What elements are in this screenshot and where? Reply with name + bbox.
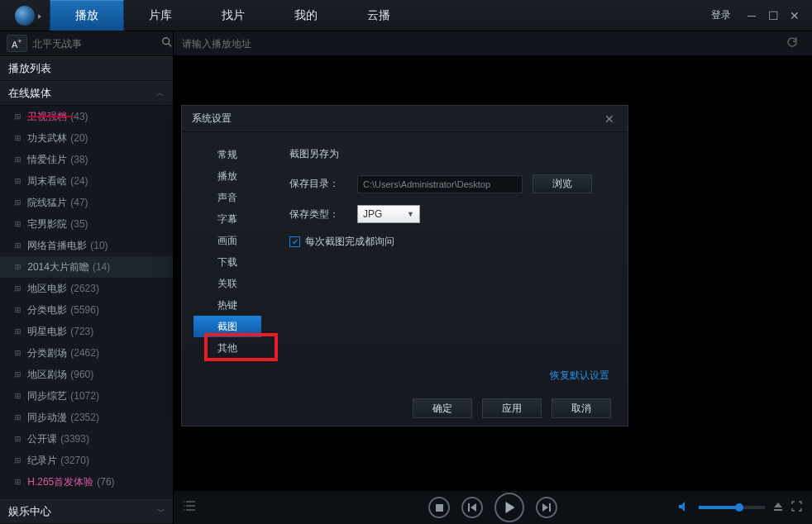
refresh-icon[interactable] (786, 36, 799, 51)
expand-icon: ⊞ (15, 304, 21, 316)
expand-icon: ⊞ (15, 476, 21, 488)
item-name: 宅男影院 (27, 217, 67, 231)
item-count: (20) (70, 132, 88, 144)
maximize-button[interactable]: ☐ (762, 0, 784, 31)
volume-thumb[interactable] (735, 503, 743, 512)
prev-button[interactable] (461, 497, 483, 518)
dialog-nav-item[interactable]: 播放 (182, 165, 273, 187)
ask-each-row[interactable]: ✔ 每次截图完成都询问 (289, 235, 611, 249)
play-button[interactable] (494, 493, 524, 522)
search-icon[interactable] (161, 36, 173, 50)
sidebar-item[interactable]: ⊞分类剧场 (2462) (0, 342, 173, 364)
item-count: (1072) (70, 390, 99, 402)
expand-icon: ⊞ (15, 154, 21, 165)
svg-point-6 (184, 505, 185, 507)
item-count: (43) (70, 111, 88, 122)
expand-icon: ⊞ (15, 433, 21, 445)
dialog-nav-item[interactable]: 关联 (182, 273, 273, 294)
save-type-label: 保存类型： (289, 207, 347, 222)
save-type-row: 保存类型： JPG ▼ (289, 205, 611, 223)
sidebar-item[interactable]: ⊞2014大片前瞻 (14) (0, 256, 173, 278)
sidebar-item[interactable]: ⊞公开课 (3393) (0, 428, 173, 450)
tab-play[interactable]: 播放 (50, 0, 124, 31)
sidebar-item[interactable]: ⊞同步综艺 (1072) (0, 385, 173, 407)
dialog-close-button[interactable]: ✕ (601, 109, 618, 129)
cancel-button[interactable]: 取消 (552, 398, 611, 418)
expand-icon: ⊞ (15, 240, 21, 251)
logo-icon (15, 6, 35, 26)
dialog-nav-item[interactable]: 字幕 (182, 208, 273, 230)
stop-button[interactable] (428, 497, 450, 518)
playlist-header[interactable]: 播放列表 (0, 56, 173, 81)
browse-button[interactable]: 浏览 (533, 174, 592, 193)
eject-icon[interactable] (773, 502, 783, 514)
sidebar-item[interactable]: ⊞H.265首发体验 (76) (0, 471, 173, 493)
svg-rect-9 (468, 503, 470, 512)
sidebar-item[interactable]: ⊞纪录片 (3270) (0, 450, 173, 471)
restore-defaults-link[interactable]: 恢复默认设置 (550, 369, 609, 383)
ask-each-label: 每次截图完成都询问 (305, 235, 394, 249)
volume-fill (699, 506, 735, 509)
dialog-nav-item[interactable]: 常规 (182, 144, 273, 165)
item-count: (35) (70, 218, 88, 230)
close-button[interactable]: ✕ (784, 0, 805, 31)
item-count: (5596) (70, 304, 99, 316)
volume-icon[interactable] (679, 502, 690, 514)
dialog-header[interactable]: 系统设置 ✕ (182, 106, 628, 132)
sidebar-item[interactable]: ⊞情爱佳片 (38) (0, 149, 173, 170)
app-logo[interactable] (0, 0, 50, 31)
dialog-nav-item[interactable]: 截图 (193, 316, 261, 337)
save-type-select[interactable]: JPG ▼ (357, 205, 420, 223)
save-dir-input[interactable] (357, 175, 523, 193)
sidebar-item[interactable]: ⊞卫视强档 (43) (0, 106, 173, 127)
item-count: (2352) (70, 412, 99, 423)
dialog-nav-item[interactable]: 热键 (182, 294, 273, 316)
search-input[interactable] (32, 38, 156, 50)
sidebar-item[interactable]: ⊞同步动漫 (2352) (0, 407, 173, 428)
volume-slider[interactable] (699, 506, 765, 509)
apply-button[interactable]: 应用 (482, 398, 542, 418)
minimize-button[interactable]: ─ (741, 0, 762, 31)
item-name: 同步综艺 (27, 389, 67, 403)
sidebar-item[interactable]: ⊞院线猛片 (47) (0, 192, 173, 213)
section-title: 截图另存为 (289, 147, 611, 161)
svg-point-7 (184, 509, 185, 511)
item-name: 网络首播电影 (27, 239, 87, 253)
checkbox-checked-icon[interactable]: ✔ (289, 236, 300, 247)
font-size-button[interactable]: A+ (7, 35, 27, 52)
dialog-nav-item[interactable]: 声音 (182, 187, 273, 208)
sidebar-item[interactable]: ⊞功夫武林 (20) (0, 127, 173, 149)
sidebar-item[interactable]: ⊞宅男影院 (35) (0, 213, 173, 235)
svg-marker-15 (774, 503, 782, 507)
url-input[interactable] (182, 38, 779, 50)
dialog-nav-item[interactable]: 下载 (182, 251, 273, 273)
dialog-nav-item[interactable]: 其他 (182, 337, 273, 359)
online-media-header[interactable]: 在线媒体 ︿ (0, 81, 173, 106)
tab-find[interactable]: 找片 (197, 0, 270, 31)
item-name: 地区剧场 (27, 368, 67, 382)
entertainment-header[interactable]: 娱乐中心 ﹀ (0, 499, 174, 524)
next-button[interactable] (536, 497, 557, 518)
playlist-toggle-icon[interactable] (184, 500, 197, 515)
sidebar-item[interactable]: ⊞周末看啥 (24) (0, 170, 173, 192)
tab-mine[interactable]: 我的 (270, 0, 342, 31)
sidebar-item[interactable]: ⊞分类电影 (5596) (0, 299, 173, 321)
item-name: 纪录片 (27, 454, 57, 468)
item-count: (47) (70, 197, 88, 208)
dialog-nav-item[interactable]: 画面 (182, 230, 273, 251)
svg-point-0 (162, 38, 169, 45)
tab-cloud[interactable]: 云播 (342, 0, 415, 31)
expand-icon: ⊞ (15, 412, 21, 423)
main-tabs: 播放 片库 找片 我的 云播 (50, 0, 415, 31)
login-link[interactable]: 登录 (711, 8, 731, 22)
tab-library[interactable]: 片库 (124, 0, 197, 31)
sidebar-item[interactable]: ⊞地区剧场 (960) (0, 364, 173, 385)
ok-button[interactable]: 确定 (413, 398, 472, 418)
dialog-nav: 常规播放声音字幕画面下载关联热键截图其他 (182, 132, 273, 391)
svg-marker-12 (542, 503, 548, 512)
fullscreen-icon[interactable] (791, 501, 802, 514)
sidebar-item[interactable]: ⊞明星电影 (723) (0, 321, 173, 342)
sidebar-item[interactable]: ⊞网络首播电影 (10) (0, 235, 173, 256)
item-count: (14) (93, 261, 110, 273)
sidebar-item[interactable]: ⊞地区电影 (2623) (0, 278, 173, 299)
